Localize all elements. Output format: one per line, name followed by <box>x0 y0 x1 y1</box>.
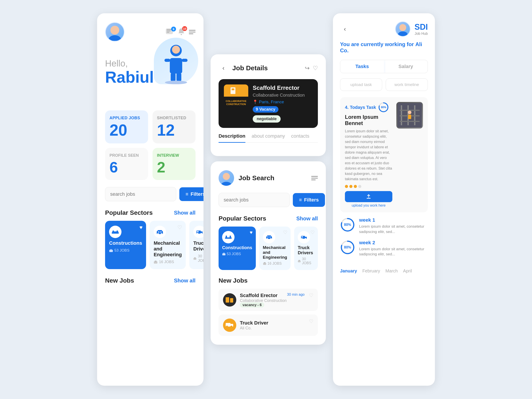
week2-desc: Lorem ipsum dolor sit amet, consetetur s… <box>359 247 428 257</box>
js-sector-constructions-name: Constructions <box>222 245 252 250</box>
share-icon[interactable]: ↪ <box>305 65 310 72</box>
js-truck-heart[interactable]: ♡ <box>310 230 315 235</box>
job1-favorite[interactable]: ♡ <box>309 293 313 298</box>
job-list-item-2[interactable]: Truck Driver Ali Co. ♡ <box>219 315 318 336</box>
job2-favorite[interactable]: ♡ <box>309 318 313 324</box>
week2-circle: 80% <box>340 240 355 255</box>
upload-task-button[interactable]: upload task <box>340 78 382 91</box>
js-sectors-show-all[interactable]: Show all <box>296 215 318 222</box>
sector-constructions-name: Constructions <box>109 240 142 246</box>
chat-icon-wrap[interactable]: 6 <box>166 28 174 35</box>
js-filter-label: Filters <box>304 197 319 203</box>
stats-row: APPLIED JOBS 20 SHORTLISTED 12 <box>105 110 196 143</box>
header-icons: 6 10 <box>166 28 196 36</box>
svg-rect-51 <box>267 236 268 237</box>
svg-rect-39 <box>236 89 241 94</box>
month-march[interactable]: March <box>386 268 398 273</box>
week2-pct: 80% <box>344 245 351 249</box>
svg-point-67 <box>231 326 232 327</box>
filter-label: Filters <box>191 191 203 197</box>
month-april[interactable]: April <box>403 268 412 273</box>
tab-description[interactable]: Description <box>219 133 245 143</box>
search-avatar <box>219 170 234 186</box>
svg-rect-44 <box>230 236 231 238</box>
month-selector: January February March April <box>340 268 428 273</box>
interview-box: INTERVIEW 2 <box>152 148 196 180</box>
tab-company[interactable]: about company <box>252 133 285 142</box>
sector-constructions-job-count: 53 JOBS <box>114 248 129 253</box>
sector-truck-name: Truck Drivers <box>193 240 203 252</box>
new-jobs-show-all[interactable]: Show all <box>174 278 196 284</box>
js-sector-constructions[interactable]: ♥ Constructions 53 JOBS <box>219 227 256 270</box>
new-jobs-section-header: New Jobs <box>219 277 318 284</box>
search-menu-icon[interactable] <box>311 176 318 180</box>
js-search-input[interactable] <box>219 193 290 207</box>
sdi-card: ‹ SDI Job Hub You are currently working … <box>333 13 435 386</box>
work-timeline-button[interactable]: work timeline <box>386 78 428 91</box>
bell-icon-wrap[interactable]: 10 <box>178 28 185 36</box>
svg-rect-57 <box>301 236 303 237</box>
js-new-jobs-title: New Jobs <box>219 277 248 284</box>
svg-point-49 <box>266 238 268 240</box>
svg-rect-13 <box>165 59 170 62</box>
sector-mechanical-heart[interactable]: ♡ <box>177 224 182 231</box>
sdi-tab-tasks[interactable]: Tasks <box>340 60 384 73</box>
sector-truck[interactable]: ♡ Truck Drivers 30 JOBS <box>189 221 203 269</box>
tab-contacts[interactable]: contacts <box>291 133 309 142</box>
js-filter-button[interactable]: ≡ Filters <box>293 193 325 207</box>
job-company: Collaborative Construction <box>253 93 313 98</box>
sector-truck-job-count: 30 JOBS <box>198 254 203 263</box>
js-barrier-icon <box>225 234 232 240</box>
month-january[interactable]: January <box>340 268 357 273</box>
svg-rect-36 <box>194 257 196 258</box>
js-mechanical-heart[interactable]: ♡ <box>283 230 287 235</box>
js-sector-mechanical[interactable]: ♡ Mechanical and Engineering <box>259 227 291 270</box>
svg-rect-54 <box>264 262 266 263</box>
week2-label: week 2 <box>359 240 428 246</box>
briefcase2-icon <box>154 260 158 264</box>
search-profile-row: Job Search <box>219 170 318 186</box>
task-progress-dots <box>345 185 392 188</box>
job-list-item[interactable]: Scaffold Erector Collaborative Construct… <box>219 289 318 311</box>
js-sector-truck[interactable]: ♡ Truck Drivers 30 J <box>294 227 318 270</box>
interview-label: INTERVIEW <box>157 153 191 158</box>
svg-rect-32 <box>197 231 199 232</box>
js-constructions-heart[interactable]: ♥ <box>250 230 253 235</box>
home-filter-button[interactable]: ≡ Filters <box>179 187 203 201</box>
svg-rect-53 <box>263 263 266 265</box>
svg-point-15 <box>165 81 187 84</box>
salary-badge: negotiable <box>253 115 281 123</box>
sector-mechanical[interactable]: ♡ Mechanical and Engineering 16 JOBS <box>150 221 186 269</box>
sectors-show-all[interactable]: Show all <box>174 210 196 216</box>
briefcase-icon <box>109 248 113 253</box>
sdi-tabs: Tasks Salary <box>340 60 428 73</box>
job-location-row: 📍 Paris, France <box>253 100 313 104</box>
svg-point-2 <box>111 26 118 33</box>
home-search-input[interactable] <box>105 187 176 201</box>
sdi-tab-salary[interactable]: Salary <box>384 60 428 73</box>
favorite-icon[interactable]: ♡ <box>313 65 318 72</box>
applied-label: APPLIED JOBS <box>109 116 140 120</box>
menu-icon[interactable] <box>189 30 196 34</box>
week1-label: week 1 <box>359 217 428 223</box>
job1-info: Scaffold Erector Collaborative Construct… <box>240 293 287 307</box>
new-jobs-title: New Jobs <box>105 277 134 284</box>
week1-item: 80% week 1 Lorem ipsum dolor sit amet, c… <box>340 217 428 234</box>
sdi-avatar <box>395 21 411 37</box>
applied-num: 20 <box>109 122 127 138</box>
job-detail-banner: COLLABORATIVECONSTRUCTION Scaffold Errec… <box>219 79 318 128</box>
sdi-back-button[interactable]: ‹ <box>340 24 350 34</box>
task-title: Lorem Ipsum Bennet <box>345 114 392 126</box>
js-truck-icon <box>301 234 307 240</box>
back-button[interactable]: ‹ <box>219 63 228 73</box>
svg-rect-35 <box>194 258 196 260</box>
svg-point-40 <box>223 173 230 180</box>
job-title: Scaffold Errector <box>253 84 313 91</box>
month-february[interactable]: February <box>362 268 380 273</box>
sdi-header: ‹ SDI Job Hub <box>340 21 428 37</box>
sector-constructions-heart[interactable]: ♥ <box>139 224 143 231</box>
job1-time: 30 min ago <box>287 293 304 297</box>
sector-constructions[interactable]: ♥ Constructions 53 JOBS <box>105 221 146 269</box>
svg-point-68 <box>399 24 406 31</box>
upload-work-button[interactable] <box>345 191 392 202</box>
